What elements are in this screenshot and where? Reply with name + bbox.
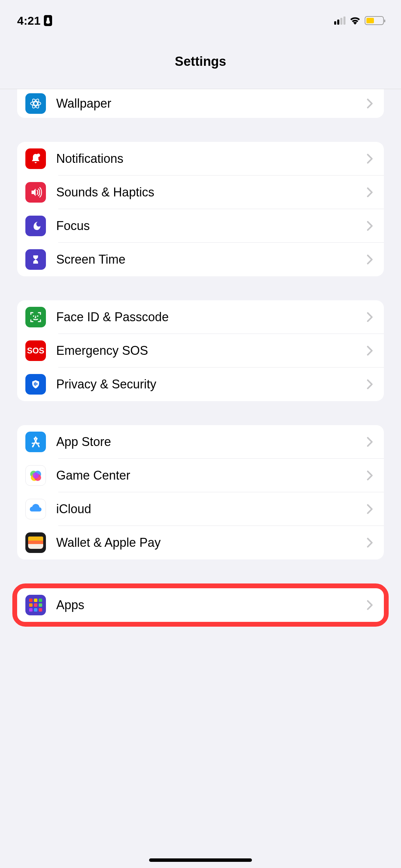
settings-row-privacy[interactable]: Privacy & Security	[17, 367, 384, 401]
chevron-right-icon	[367, 437, 373, 447]
wifi-icon	[350, 16, 361, 25]
focus-icon	[25, 216, 46, 236]
chevron-right-icon	[367, 346, 373, 356]
chevron-right-icon	[367, 379, 373, 389]
settings-row-icloud[interactable]: iCloud	[17, 492, 384, 526]
wallet-icon	[25, 532, 46, 553]
chevron-right-icon	[367, 470, 373, 481]
wallpaper-icon	[25, 93, 46, 114]
svg-point-11	[33, 472, 39, 479]
chevron-right-icon	[367, 538, 373, 548]
sos-text: SOS	[27, 346, 45, 355]
status-right	[334, 16, 384, 25]
navigation-header: Settings	[0, 34, 401, 89]
settings-row-label: Apps	[56, 598, 367, 612]
settings-row-label: Privacy & Security	[56, 377, 367, 391]
settings-group: App Store Game Center iCloud Wallet & Ap…	[17, 425, 384, 559]
settings-row-label: Face ID & Passcode	[56, 310, 367, 324]
settings-row-label: Sounds & Haptics	[56, 185, 367, 200]
settings-row-sos[interactable]: SOS Emergency SOS	[17, 334, 384, 367]
settings-row-label: iCloud	[56, 502, 367, 516]
settings-row-apps[interactable]: Apps	[17, 588, 384, 622]
faceid-icon	[25, 307, 46, 327]
sos-icon: SOS	[25, 340, 46, 361]
settings-row-label: Screen Time	[56, 252, 367, 267]
chevron-right-icon	[367, 504, 373, 514]
svg-point-6	[37, 315, 38, 317]
settings-row-notifications[interactable]: Notifications	[17, 142, 384, 176]
chevron-right-icon	[367, 154, 373, 164]
chevron-right-icon	[367, 187, 373, 197]
privacy-icon	[25, 374, 46, 395]
apps-icon	[25, 595, 46, 615]
settings-row-label: Wallpaper	[56, 96, 367, 111]
settings-list[interactable]: Wallpaper Notifications Sounds & Haptics	[0, 89, 401, 627]
settings-row-wallet[interactable]: Wallet & Apple Pay	[17, 526, 384, 559]
settings-row-gamecenter[interactable]: Game Center	[17, 459, 384, 492]
gamecenter-icon	[25, 465, 46, 486]
cellular-signal-icon	[334, 16, 345, 25]
settings-row-label: Focus	[56, 219, 367, 233]
sounds-icon	[25, 182, 46, 203]
battery-icon	[365, 16, 384, 25]
svg-point-4	[37, 154, 40, 157]
settings-group: Face ID & Passcode SOS Emergency SOS Pri…	[17, 300, 384, 401]
settings-row-sounds[interactable]: Sounds & Haptics	[17, 176, 384, 209]
settings-group: Wallpaper	[17, 89, 384, 118]
status-time: 4:21	[17, 14, 40, 27]
status-bar: 4:21	[0, 0, 401, 34]
settings-row-focus[interactable]: Focus	[17, 209, 384, 243]
settings-row-screentime[interactable]: Screen Time	[17, 243, 384, 276]
chevron-right-icon	[367, 600, 373, 610]
appstore-icon	[25, 432, 46, 452]
highlighted-group: Apps	[12, 583, 389, 627]
chevron-right-icon	[367, 221, 373, 231]
screentime-icon	[25, 249, 46, 270]
svg-point-5	[33, 315, 34, 317]
icloud-icon	[25, 499, 46, 519]
chevron-right-icon	[367, 98, 373, 109]
chevron-right-icon	[367, 254, 373, 265]
settings-row-label: App Store	[56, 435, 367, 449]
settings-group: Apps	[17, 588, 384, 622]
settings-row-label: Game Center	[56, 468, 367, 483]
settings-row-wallpaper[interactable]: Wallpaper	[17, 89, 384, 118]
settings-row-label: Notifications	[56, 152, 367, 166]
home-indicator[interactable]	[149, 858, 252, 862]
page-title: Settings	[175, 54, 226, 69]
settings-row-faceid[interactable]: Face ID & Passcode	[17, 300, 384, 334]
contact-card-icon	[44, 15, 52, 26]
chevron-right-icon	[367, 312, 373, 322]
notifications-icon	[25, 148, 46, 169]
settings-row-appstore[interactable]: App Store	[17, 425, 384, 459]
settings-row-label: Emergency SOS	[56, 343, 367, 358]
settings-row-label: Wallet & Apple Pay	[56, 535, 367, 550]
svg-point-0	[34, 102, 37, 105]
settings-group: Notifications Sounds & Haptics Focus Scr…	[17, 142, 384, 276]
status-left: 4:21	[17, 14, 52, 27]
